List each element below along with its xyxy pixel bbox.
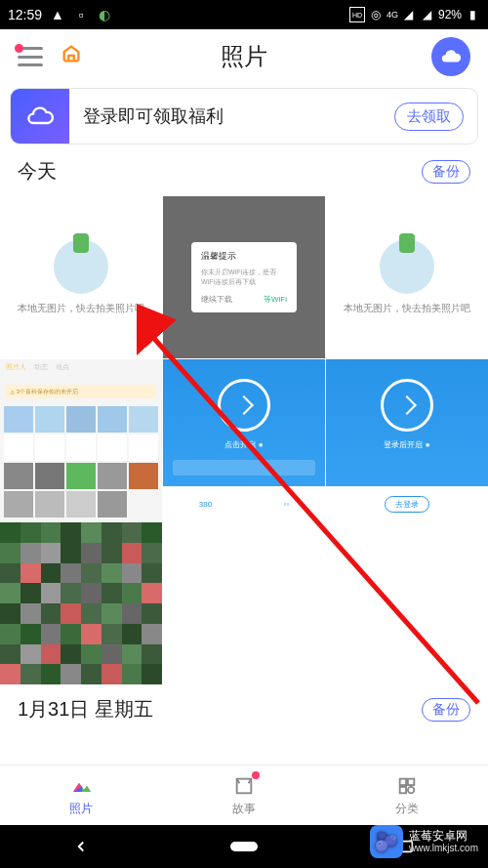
nav-stories[interactable]: 故事 (163, 765, 326, 825)
hd-icon: HD (349, 7, 365, 22)
nav-notification-dot (252, 771, 260, 779)
section-title: 今天 (18, 158, 57, 185)
svg-rect-1 (399, 778, 405, 784)
watermark-name: 蓝莓安卓网 (409, 829, 478, 843)
cloud-sync-button[interactable] (431, 37, 470, 76)
section-jan31: 1月31日 星期五 备份 (0, 684, 488, 726)
svg-rect-3 (399, 786, 405, 792)
backup-button[interactable]: 备份 (422, 698, 470, 722)
battery-pct: 92% (438, 8, 462, 21)
page-title: 照片 (221, 41, 267, 72)
svg-point-4 (408, 786, 414, 792)
app-icon-1: ▲ (50, 7, 65, 22)
cloud-icon (11, 89, 69, 144)
thumb-nature-photo[interactable] (0, 522, 162, 684)
app-icon-3: ◐ (97, 7, 112, 22)
thumb-blue-login[interactable]: 登录后开启 ● 去登录 (326, 359, 488, 521)
claim-button[interactable]: 去领取 (394, 103, 464, 131)
status-time: 12:59 (8, 7, 42, 22)
thumb-placeholder[interactable]: 本地无图片，快去拍美照片吧 (326, 196, 488, 358)
thumb-placeholder[interactable]: 本地无图片，快去拍美照片吧 (0, 196, 162, 358)
home-button[interactable] (230, 833, 258, 860)
login-banner: 登录即可领取福利 去领取 (10, 88, 478, 145)
banner-text: 登录即可领取福利 (69, 104, 394, 128)
watermark: 🫐 蓝莓安卓网 www.lmkjst.com (370, 825, 478, 858)
arch-icon[interactable] (61, 43, 82, 70)
back-button[interactable] (67, 833, 95, 860)
categories-icon (395, 774, 419, 798)
app-icon-2: ▫ (73, 7, 89, 22)
thumb-dialog[interactable]: 温馨提示 你未开启WiFi连接，是否WiFi连接后再下载 继续下载 等WiFi (163, 196, 325, 358)
watermark-logo: 🫐 (370, 825, 403, 858)
section-title: 1月31日 星期五 (18, 696, 153, 723)
signal-icon-1: ◢ (401, 7, 417, 22)
nav-photos[interactable]: 照片 (0, 765, 163, 825)
thumb-app-gallery[interactable]: 照片人 动态 地点 ⚠ 3个百科保存你的未开启 (0, 359, 162, 521)
nav-categories[interactable]: 分类 (325, 765, 488, 825)
location-icon: ◎ (368, 7, 384, 22)
backup-button[interactable]: 备份 (422, 160, 470, 184)
watermark-url: www.lmkjst.com (409, 843, 478, 854)
network-label: 4G (386, 10, 398, 20)
status-bar: 12:59 ▲ ▫ ◐ HD ◎ 4G ◢ ◢ 92% ▮ (0, 0, 488, 29)
thumb-blue-sync[interactable]: 点击开启 ● 380 ▫▫ (163, 359, 325, 521)
photos-icon (69, 774, 93, 798)
signal-icon-2: ◢ (420, 7, 435, 22)
bottom-nav: 照片 故事 分类 (0, 765, 488, 825)
menu-notification-dot (15, 44, 23, 53)
app-header: 照片 (0, 29, 488, 84)
photo-grid: 本地无图片，快去拍美照片吧 温馨提示 你未开启WiFi连接，是否WiFi连接后再… (0, 196, 488, 684)
battery-icon: ▮ (465, 7, 480, 22)
menu-button[interactable] (18, 47, 43, 66)
svg-rect-2 (408, 778, 414, 784)
section-today: 今天 备份 (0, 158, 488, 185)
